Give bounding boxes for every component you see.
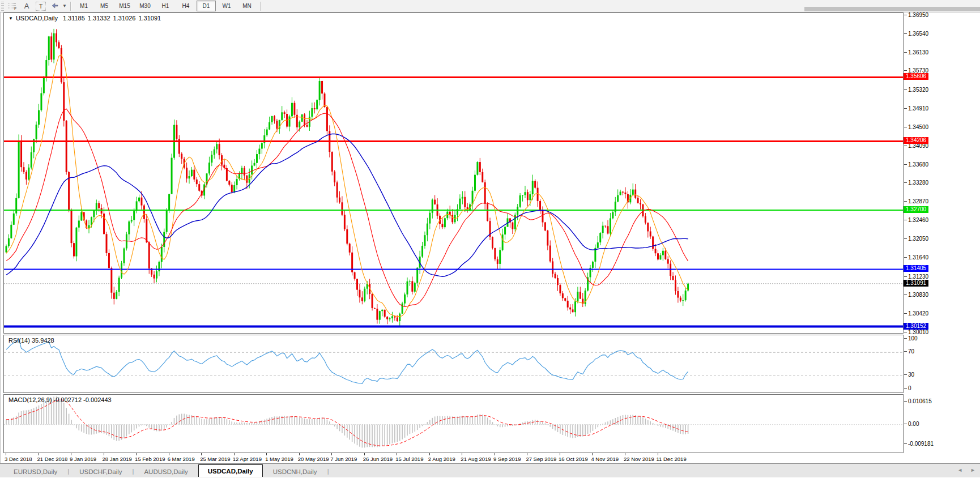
date-tick bbox=[364, 453, 365, 455]
trading-app-window: F A T ▼ M1M5M15M30H1H4D1W1MN ▼ USDCAD,Da… bbox=[0, 0, 980, 478]
timeframe-button-m5[interactable]: M5 bbox=[95, 1, 114, 11]
ohlc-open: 1.31185 bbox=[63, 15, 85, 22]
date-label: 21 Aug 2019 bbox=[461, 456, 491, 462]
tab-scroll-left-icon[interactable]: ◄ bbox=[957, 467, 962, 473]
date-label: 20 May 2019 bbox=[298, 456, 329, 462]
date-tick bbox=[625, 453, 625, 455]
text-box-icon[interactable]: T bbox=[36, 2, 46, 11]
date-tick bbox=[560, 453, 560, 455]
rsi-axis-tick: 0 bbox=[908, 386, 911, 391]
tab-separator: | bbox=[67, 468, 69, 475]
date-label: 16 Oct 2019 bbox=[559, 456, 588, 462]
ohlc-low: 1.31026 bbox=[113, 15, 136, 22]
price-tick: 1.32870 bbox=[908, 199, 928, 204]
timeframe-button-h4[interactable]: H4 bbox=[176, 1, 195, 11]
chart-tab-usdcnh[interactable]: USDCNH,Daily bbox=[264, 466, 326, 477]
date-tick bbox=[136, 453, 137, 455]
timeframe-button-mn[interactable]: MN bbox=[237, 1, 257, 11]
main-chart-panel[interactable]: ▼ USDCAD,Daily 1.31185 1.31332 1.31026 1… bbox=[3, 12, 904, 334]
ohlc-high: 1.31332 bbox=[88, 15, 110, 22]
chart-title: ▼ USDCAD,Daily 1.31185 1.31332 1.31026 1… bbox=[8, 15, 161, 22]
date-label: 15 Feb 2019 bbox=[135, 456, 165, 462]
chart-tab-audusd[interactable]: AUDUSD,Daily bbox=[135, 466, 197, 477]
toolbar-separator bbox=[260, 2, 261, 11]
timeframe-button-d1[interactable]: D1 bbox=[197, 1, 216, 11]
fibonacci-icon[interactable]: F bbox=[6, 1, 20, 11]
hline-price-badge: 1.32700 bbox=[904, 206, 928, 213]
price-tick: 1.31640 bbox=[908, 255, 928, 261]
date-tick bbox=[71, 453, 71, 455]
date-tick bbox=[429, 453, 430, 455]
date-label: 22 Nov 2019 bbox=[624, 456, 654, 462]
price-tick: 1.30830 bbox=[908, 292, 928, 298]
chevron-down-icon[interactable]: ▼ bbox=[8, 16, 13, 21]
arrows-style-icon[interactable] bbox=[48, 1, 62, 11]
timeframe-button-h1[interactable]: H1 bbox=[156, 1, 175, 11]
macd-chart-canvas[interactable] bbox=[4, 395, 903, 453]
tab-separator: | bbox=[327, 468, 329, 475]
date-label: 27 Sep 2019 bbox=[526, 456, 556, 462]
price-tick: 1.35320 bbox=[908, 87, 928, 93]
date-tick bbox=[201, 453, 202, 455]
macd-axis-tick: 0.010615 bbox=[908, 399, 932, 404]
date-label: 6 Mar 2019 bbox=[168, 456, 195, 462]
rsi-axis-tick: 100 bbox=[908, 336, 918, 342]
toolbar-grip[interactable] bbox=[1, 2, 4, 11]
price-tick: 1.36130 bbox=[908, 50, 928, 56]
macd-axis-tick: 0.00 bbox=[908, 421, 919, 427]
date-label: 3 Dec 2018 bbox=[5, 456, 32, 462]
hline-price-badge: 1.30152 bbox=[904, 323, 928, 330]
date-tick bbox=[104, 453, 104, 455]
date-label: 4 Nov 2019 bbox=[591, 456, 619, 462]
timeframe-buttons: M1M5M15M30H1H4D1W1MN bbox=[74, 1, 257, 11]
rsi-label: RSI(14) 35.9428 bbox=[8, 337, 54, 344]
tab-separator: | bbox=[133, 468, 134, 475]
tab-scroll-right-icon[interactable]: ► bbox=[970, 467, 975, 473]
date-tick bbox=[331, 453, 332, 455]
chart-tab-usdcad[interactable]: USDCAD,Daily bbox=[198, 464, 263, 477]
date-tick bbox=[299, 453, 300, 455]
macd-axis-tick: -0.009181 bbox=[908, 441, 934, 447]
price-tick: 1.30420 bbox=[908, 311, 928, 317]
current-price-badge: 1.31091 bbox=[904, 280, 928, 287]
date-label: 9 Jan 2019 bbox=[70, 456, 96, 462]
price-tick: 1.34910 bbox=[908, 106, 928, 112]
hline-price-badge: 1.35606 bbox=[904, 73, 928, 80]
date-tick bbox=[397, 453, 397, 455]
date-tick bbox=[658, 453, 658, 455]
timeframe-button-m15[interactable]: M15 bbox=[115, 1, 134, 11]
candlestick-chart-canvas[interactable] bbox=[4, 13, 903, 333]
date-tick bbox=[266, 453, 267, 455]
arrows-dropdown-caret-icon[interactable]: ▼ bbox=[62, 1, 67, 11]
date-tick bbox=[527, 453, 527, 455]
date-tick bbox=[462, 453, 462, 455]
window-edge bbox=[804, 7, 980, 11]
price-tick: 1.36540 bbox=[908, 31, 928, 37]
svg-text:F: F bbox=[14, 7, 16, 10]
rsi-panel[interactable]: RSI(14) 35.9428 bbox=[3, 335, 904, 393]
timeframe-button-m1[interactable]: M1 bbox=[74, 1, 93, 11]
date-axis[interactable]: 3 Dec 201821 Dec 20189 Jan 201928 Jan 20… bbox=[1, 453, 904, 463]
macd-panel[interactable]: MACD(12,26,9) -0.002712 -0.002443 bbox=[3, 394, 904, 453]
date-tick bbox=[495, 453, 495, 455]
rsi-chart-canvas[interactable] bbox=[4, 335, 903, 392]
toolbar-separator bbox=[70, 2, 71, 11]
chart-tab-usdchf[interactable]: USDCHF,Daily bbox=[70, 466, 131, 477]
chart-tab-eurusd[interactable]: EURUSD,Daily bbox=[5, 466, 66, 477]
hline-price-badge: 1.34206 bbox=[904, 137, 928, 144]
price-tick: 1.32050 bbox=[908, 236, 928, 242]
macd-label: MACD(12,26,9) -0.002712 -0.002443 bbox=[8, 396, 112, 403]
date-tick bbox=[6, 453, 6, 455]
timeframe-button-w1[interactable]: W1 bbox=[217, 1, 236, 11]
price-tick: 1.33280 bbox=[908, 180, 928, 186]
date-label: 12 Apr 2019 bbox=[233, 456, 262, 462]
timeframe-button-m30[interactable]: M30 bbox=[135, 1, 155, 11]
chart-window: ▼ USDCAD,Daily 1.31185 1.31332 1.31026 1… bbox=[0, 12, 980, 463]
date-label: 1 May 2019 bbox=[265, 456, 293, 462]
text-label-icon[interactable]: A bbox=[20, 1, 33, 11]
price-axis[interactable]: 1.369501.365401.361301.357301.353201.349… bbox=[904, 12, 980, 453]
date-tick bbox=[592, 453, 593, 455]
symbol-period-label: USDCAD,Daily bbox=[16, 15, 58, 22]
date-label: 2 Aug 2019 bbox=[428, 456, 455, 462]
chart-tab-bar: EURUSD,Daily|USDCHF,Daily|AUDUSD,DailyUS… bbox=[0, 463, 980, 477]
